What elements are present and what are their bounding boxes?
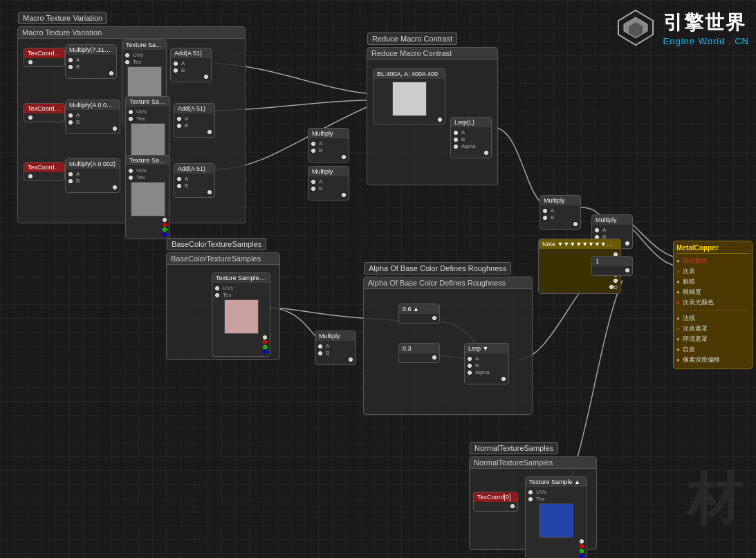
- texture-sample-normal[interactable]: Texture Sample ▲ UVs Tex: [525, 476, 587, 558]
- multiply-center-1[interactable]: Multiply A B: [308, 128, 349, 162]
- macro-texture-group: Macro Texture Variation Macro Texture Va…: [17, 26, 246, 223]
- alpha-roughness-inner-label: Alpha Of Base Color Defines Roughness: [364, 277, 532, 289]
- alpha-roughness-group: Alpha Of Base Color Defines Roughness Al…: [363, 277, 533, 415]
- multiply-node-3[interactable]: Multiply(A 0.002) A B: [65, 158, 120, 193]
- watermark: 材: [687, 463, 742, 537]
- add-node-2[interactable]: Add(A 51) A B: [174, 103, 215, 138]
- reduce-macro-inner-label: Reduce Macro Contrast: [367, 48, 497, 59]
- macro-texture-inner-label: Macro Texture Variation: [18, 27, 245, 39]
- reduce-macro-label: Reduce Macro Contrast: [367, 32, 457, 45]
- multiply-right-1[interactable]: Multiply A B: [540, 195, 581, 230]
- logo-text: 引擎世界 Engine World . CN: [663, 10, 749, 46]
- texture-sample-3[interactable]: Texture Sample UVs Tex: [125, 155, 170, 239]
- normal-texture-inner-label: NormalTextureSamples: [470, 457, 596, 469]
- lerp-alpha[interactable]: Lerp ▼ A B Alpha: [464, 343, 509, 384]
- add-node-1[interactable]: Add(A 51) A B: [170, 48, 212, 82]
- panel-item-emit: ● 自发: [676, 345, 749, 354]
- texture-sample-base[interactable]: Texture Sample ▲ UVs Tex: [212, 272, 270, 357]
- add-node-3[interactable]: Add(A 51) A B: [174, 163, 215, 198]
- reduce-macro-group: Reduce Macro Contrast Reduce Macro Contr…: [367, 47, 498, 185]
- node-graph[interactable]: Macro Texture Variation Macro Texture Va…: [0, 0, 756, 558]
- const-node-1[interactable]: 1: [591, 256, 633, 276]
- multiply-base-exit[interactable]: Multiply A B: [315, 331, 356, 365]
- panel-item-sub: ○ 次表: [676, 267, 749, 276]
- panel-item-sub-color: ● 次表光颜色: [676, 298, 749, 307]
- metal-copper-title: MetalCopper: [676, 244, 749, 254]
- multiply-node-1[interactable]: Multiply(7.31594) A B: [65, 44, 117, 79]
- base-color-label: BaseColorTextureSamples: [167, 238, 266, 250]
- panel-item-blur: ● 模糊度: [676, 288, 749, 297]
- logo-cn: 引擎世界: [663, 10, 746, 36]
- logo-icon: [615, 7, 656, 48]
- color-node[interactable]: BL:400A, A: 400A 400: [373, 68, 445, 124]
- texcoord-node-3[interactable]: TexCoord[0]: [24, 162, 65, 181]
- panel-item-pixel-depth: ● 像素深度偏移: [676, 355, 749, 364]
- panel-item-base-color: ● 基础颜色: [676, 257, 749, 266]
- normal-texture-label: NormalTextureSamples: [470, 442, 558, 454]
- panel-item-env-mask: ● 环境遮罩: [676, 335, 749, 344]
- macro-texture-label: Macro Texture Variation: [18, 12, 107, 24]
- logo-area: 引擎世界 Engine World . CN: [615, 7, 749, 48]
- normal-texture-group: NormalTextureSamples NormalTextureSample…: [469, 456, 597, 550]
- lerp-node-reduce[interactable]: Lerp(L) A B Alpha: [450, 117, 492, 158]
- texcoord-node-1[interactable]: TexCoord[0]: [24, 48, 65, 67]
- metal-copper-panel: MetalCopper ● 基础颜色 ○ 次表 ● 粗糙 ● 模糊度 ● 次表光…: [673, 241, 753, 369]
- texcoord-normal[interactable]: TexCoord[0]: [473, 492, 518, 512]
- alpha-roughness-label: Alpha Of Base Color Defines Roughness: [364, 262, 511, 275]
- base-color-inner-label: BaseColorTextureSamples: [167, 253, 279, 265]
- panel-section-2: ● 法线 ○ 次表遮罩 ● 环境遮罩 ● 自发 ● 像素深度偏移: [676, 310, 749, 364]
- base-color-group: BaseColorTextureSamples BaseColorTexture…: [166, 252, 280, 360]
- panel-item-submask: ○ 次表遮罩: [676, 324, 749, 333]
- texcoord-node-2[interactable]: TexCoord[0]: [24, 103, 65, 122]
- const-03[interactable]: 0.3: [398, 343, 440, 363]
- logo-en: Engine World . CN: [663, 36, 749, 46]
- const-06[interactable]: 0.6 ▲: [398, 304, 440, 324]
- panel-item-normal: ● 法线: [676, 314, 749, 323]
- panel-item-rough: ● 粗糙: [676, 277, 749, 286]
- multiply-node-2[interactable]: Multiply(A 0.0391) A B: [65, 100, 120, 134]
- multiply-center-2[interactable]: Multiply A B: [308, 166, 349, 201]
